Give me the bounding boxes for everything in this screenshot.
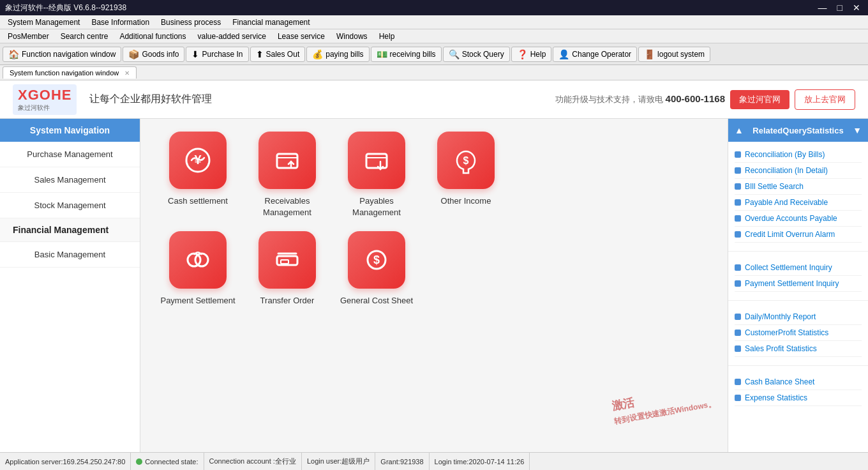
close-button[interactable]: ✕ [850,3,863,13]
svg-rect-2 [277,154,297,168]
goods-icon: 📦 [128,49,139,59]
status-grant: Grant:921938 [375,453,429,470]
menu-business-process[interactable]: Business process [156,17,226,28]
icon-item-payables[interactable]: Payables Management [338,132,415,218]
toolbar-help[interactable]: ❓ Help [511,47,552,62]
payables-icon-box [348,132,405,189]
menu-system-management[interactable]: System Management [3,17,85,28]
menu-help[interactable]: Help [374,31,400,42]
sidebar-header: System Navigation [0,119,140,142]
general-cost-label: General Cost Sheet [340,295,413,307]
menu-windows[interactable]: Windows [331,31,373,42]
right-panel-item-cash-balance[interactable]: Cash Balance Sheet [735,374,862,390]
operator-icon: 👤 [558,49,569,59]
receivables-label: Receivables Management [249,195,326,218]
status-login-time: Login time:2020-07-14 11:26 [430,453,530,470]
status-connection: Connected state: [131,453,204,470]
logo-box: XGOHE 象过河软件 [13,84,77,115]
sidebar-item-basic[interactable]: Basic Management [0,242,140,268]
menu-posmember[interactable]: PosMember [3,31,54,42]
right-panel-item-reconciliation-detail[interactable]: Reconciliation (In Detail) [735,163,862,179]
svg-rect-5 [366,154,387,168]
tab-bar: System function navigation window ✕ [0,65,868,80]
toolbar-logout[interactable]: 🚪 logout system [638,47,710,62]
status-server: Application server:169.254.250.247:80 [0,453,131,470]
right-panel-item-bill-settle-search[interactable]: BIll Settle Search [735,179,862,195]
right-panel-item-collect-settlement[interactable]: Collect Settlement Inquiry [735,260,862,276]
sales-icon: ⬆ [256,49,264,59]
icon-grid-row2: Payment Settlement Transfer Order [160,231,708,307]
right-panel-header: ▲ RelatedQueryStatistics ▼ [728,119,868,142]
svg-point-10 [195,254,208,266]
toolbar-stock-query[interactable]: 🔍 Stock Query [443,47,510,62]
icon-item-cash-settlement[interactable]: ¥ Cash settlement [160,132,236,218]
right-panel-item-customer-profit[interactable]: CustomerProfit Statistics [735,325,862,341]
status-user: Login user:超级用户 [302,453,375,470]
title-bar: 象过河软件--经典版 V6.6.8--921938 — □ ✕ [0,0,868,15]
right-panel-item-sales-profit[interactable]: Sales Profit Statistics [735,341,862,357]
icon-grid-row1: ¥ Cash settlement [160,132,708,218]
other-income-icon-box: $ [437,132,495,189]
right-panel-section-2: Collect Settlement Inquiry Payment Settl… [728,255,868,297]
icon-item-receivables[interactable]: Receivables Management [249,132,326,218]
official-site-btn[interactable]: 象过河官网 [730,90,789,109]
icon-item-payment-settlement[interactable]: Payment Settlement [160,231,236,307]
sidebar-item-stock[interactable]: Stock Management [0,193,140,218]
sidebar-item-sales[interactable]: Sales Management [0,167,140,193]
window-controls: — □ ✕ [816,3,863,13]
toolbar-receiving-bills[interactable]: 💵 receiving bills [371,47,442,62]
toolbar-change-operator[interactable]: 👤 Change Operator [553,47,637,62]
scroll-up-btn[interactable]: ▲ [735,125,744,135]
menu-bar-1: System Management Base Information Busin… [0,15,868,29]
menu-base-information[interactable]: Base Information [86,17,154,28]
maximize-button[interactable]: □ [835,3,845,13]
toolbar-goods-info[interactable]: 📦 Goods info [123,47,184,62]
header-right: 功能升级与技术支持，请致电 400-600-1168 象过河官网 放上去官网 [555,89,855,110]
sidebar-item-purchase[interactable]: Purchase Management [0,142,140,167]
right-panel-item-reconciliation-bills[interactable]: Reconciliation (By Bills) [735,147,862,163]
tab-close-icon[interactable]: ✕ [124,70,130,77]
toolbar-paying-bills[interactable]: 💰 paying bills [306,47,369,62]
icon-item-transfer-order[interactable]: Transfer Order [249,231,326,307]
support-phone: 400-600-1168 [666,93,725,104]
other-income-label: Other Income [441,195,491,207]
payment-settlement-icon-box [169,231,227,289]
right-panel-section-1: Reconciliation (By Bills) Reconciliation… [728,142,868,248]
payables-label: Payables Management [338,195,415,218]
right-panel-section-4: Cash Balance Sheet Expense Statistics [728,369,868,411]
right-panel-item-expense-stats[interactable]: Expense Statistics [735,390,862,406]
stock-search-icon: 🔍 [449,49,460,59]
right-panel-item-overdue-payable[interactable]: Overdue Accounts Payable [735,211,862,227]
main-content: ¥ Cash settlement [140,119,728,452]
right-panel-item-credit-limit[interactable]: Credit Limit Overrun Alarm [735,227,862,243]
logo-sub: 象过河软件 [18,103,71,112]
menu-financial-management[interactable]: Financial management [227,17,315,28]
svg-text:$: $ [463,155,469,166]
minimize-button[interactable]: — [816,3,830,13]
connection-status-dot [136,459,142,465]
slogan: 让每个企业都用好软件管理 [89,93,212,106]
icon-item-general-cost[interactable]: $ General Cost Sheet [338,231,415,307]
home-icon: 🏠 [8,49,19,59]
tab-system-nav[interactable]: System function navigation window ✕ [3,66,137,79]
menu-additional-functions[interactable]: Additional functions [114,31,191,42]
menu-lease-service[interactable]: Lease service [273,31,330,42]
support-text: 功能升级与技术支持，请致电 400-600-1168 [555,93,725,105]
toolbar-function-nav[interactable]: 🏠 Function navigation window [3,47,121,62]
right-panel-item-daily-monthly[interactable]: Daily/Monthly Report [735,309,862,325]
logout-icon: 🚪 [644,49,655,59]
divider-3 [728,365,868,366]
toolbar-sales-out[interactable]: ⬆ Sales Out [250,47,306,62]
menu-value-added-service[interactable]: value-added service [192,31,271,42]
sidebar: System Navigation Purchase Management Sa… [0,119,140,452]
menu-search-centre[interactable]: Search centre [56,31,114,42]
icon-item-other-income[interactable]: $ Other Income [428,132,504,218]
right-panel-item-payable-receivable[interactable]: Payable And Receivable [735,195,862,211]
content-layout: System Navigation Purchase Management Sa… [0,119,868,452]
toolbar-purchase-in[interactable]: ⬇ Purchase In [186,47,248,62]
scroll-down-btn[interactable]: ▼ [853,125,862,135]
right-panel-item-payment-settlement-inquiry[interactable]: Payment Settlement Inquiry [735,276,862,292]
transfer-order-label: Transfer Order [260,295,315,307]
upload-site-btn[interactable]: 放上去官网 [795,89,855,110]
sidebar-section-financial[interactable]: Financial Management [0,218,140,242]
